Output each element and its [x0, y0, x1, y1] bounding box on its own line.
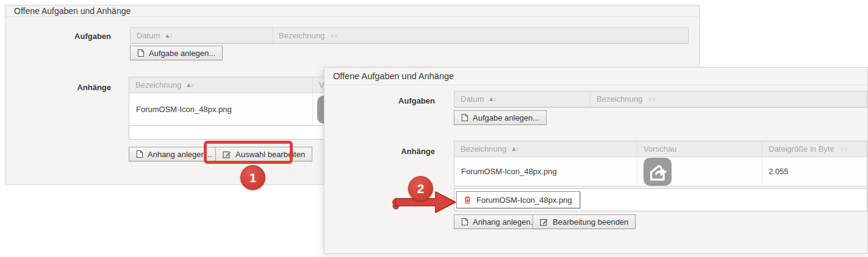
column-header-bezeichnung[interactable]: Bezeichnung ▲∨ [129, 77, 313, 93]
sort-ascending-icon: ▲∨ [187, 82, 193, 88]
step1-badge: 1 [240, 165, 265, 190]
attachments-table: Bezeichnung ▲∨ Vorschau Dateigröße in By… [454, 141, 867, 186]
attachment-filename: ForumOSM-Icon_48px.png [454, 157, 637, 186]
attachment-row[interactable]: ForumOSM-Icon_48px.png 2.055 [454, 157, 867, 186]
new-document-icon [461, 217, 468, 226]
aufgaben-table: Datum ▲∨ Bezeichnung ∧∨ [130, 27, 689, 44]
screenshot-stage: Offene Aufgaben und Anhänge Aufgaben Dat… [0, 0, 868, 257]
column-header-bezeichnung[interactable]: Bezeichnung ▲∨ [454, 141, 637, 157]
create-attachment-button[interactable]: Anhang anlegen... [454, 214, 545, 229]
aufgaben-table: Datum ▲∨ Bezeichnung ∧∨ [454, 91, 867, 108]
anhaenge-label: Anhänge [325, 147, 435, 156]
sort-ascending-icon: ▲∨ [512, 146, 518, 152]
new-document-icon [137, 49, 145, 57]
column-header-bezeichnung[interactable]: Bezeichnung ∧∨ [273, 28, 688, 43]
panel-title: Offene Aufgaben und Anhänge [325, 68, 867, 85]
step1-highlight-rectangle [204, 141, 293, 164]
sort-unsorted-icon: ∧∨ [840, 146, 848, 152]
trash-icon [464, 196, 471, 204]
chip-filename: ForumOSM-Icon_48px.png [476, 195, 572, 205]
create-task-button[interactable]: Aufgabe anlegen... [130, 46, 223, 60]
attachment-preview-cell [637, 157, 762, 186]
column-header-vorschau: Vorschau [637, 141, 762, 157]
new-document-icon [461, 113, 468, 122]
selected-attachment-chip[interactable]: ForumOSM-Icon_48px.png [456, 191, 580, 208]
column-header-datum[interactable]: Datum ▲∨ [454, 91, 590, 107]
column-header-bezeichnung[interactable]: Bezeichnung ∧∨ [590, 91, 867, 107]
house-share-icon [644, 158, 672, 186]
aufgaben-label: Aufgaben [5, 32, 111, 41]
anhaenge-label: Anhänge [5, 83, 111, 92]
finish-editing-button[interactable]: Bearbeitung beenden [533, 214, 636, 229]
attachment-filename: ForumOSM-Icon_48px.png [129, 93, 313, 125]
create-task-button[interactable]: Aufgabe anlegen... [454, 110, 547, 125]
panel-title: Offene Aufgaben und Anhänge [5, 5, 699, 17]
aufgaben-label: Aufgaben [325, 96, 435, 105]
sort-ascending-icon: ▲∨ [165, 32, 172, 39]
new-document-icon [136, 150, 143, 158]
sort-unsorted-icon: ∧∨ [648, 96, 656, 102]
attachment-filesize: 2.055 [762, 157, 867, 186]
sort-unsorted-icon: ∧∨ [330, 32, 338, 39]
column-header-dateigroesse[interactable]: Dateigröße in Byte ∧∨ [762, 141, 867, 157]
panel-open-tasks-attachments-front: Offene Aufgaben und Anhänge Aufgaben Dat… [324, 67, 868, 254]
step2-badge: 2 [408, 176, 433, 201]
sort-ascending-icon: ▲∨ [489, 96, 496, 102]
column-header-datum[interactable]: Datum ▲∨ [131, 28, 273, 43]
edit-pencil-icon [540, 218, 548, 226]
